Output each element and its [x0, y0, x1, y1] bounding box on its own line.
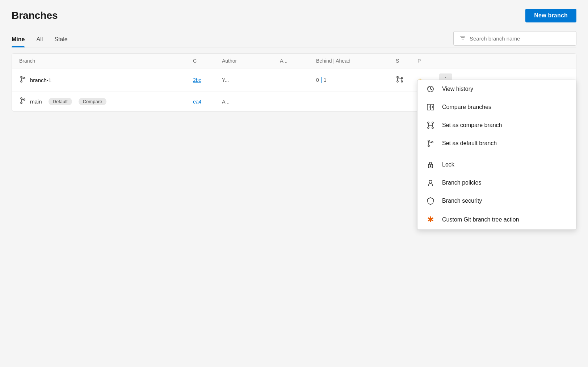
- svg-point-22: [428, 122, 429, 123]
- menu-divider: [417, 154, 576, 154]
- branch-name-branch1: branch-1: [30, 77, 51, 83]
- badge-compare[interactable]: Compare: [79, 98, 106, 105]
- branch-cell-branch1: branch-1: [19, 76, 193, 85]
- set-default-icon: [426, 139, 435, 147]
- svg-point-14: [21, 102, 22, 104]
- menu-label-set-default: Set as default branch: [442, 140, 497, 147]
- menu-item-custom-git[interactable]: ✱ Custom Git branch tree action: [417, 210, 576, 229]
- svg-point-13: [21, 98, 22, 99]
- svg-point-30: [428, 145, 429, 147]
- policies-icon: [426, 179, 435, 187]
- svg-point-3: [21, 76, 22, 78]
- badge-default: Default: [49, 98, 72, 105]
- tabs-row: Mine All Stale: [12, 31, 576, 47]
- menu-label-set-compare: Set as compare branch: [442, 122, 502, 128]
- col-actions: [439, 58, 461, 64]
- branch-name-main: main: [30, 98, 42, 105]
- col-author: Author: [222, 58, 280, 64]
- page-header: Branches New branch: [12, 9, 576, 22]
- custom-git-icon: ✱: [426, 215, 435, 224]
- svg-point-7: [397, 76, 398, 78]
- svg-point-23: [428, 127, 429, 128]
- author-branch1: Y...: [222, 77, 280, 83]
- svg-point-34: [430, 166, 431, 167]
- filter-icon: [459, 34, 466, 42]
- svg-point-24: [432, 122, 433, 123]
- menu-label-branch-security: Branch security: [442, 198, 482, 204]
- menu-item-branch-security[interactable]: Branch security: [417, 192, 576, 210]
- svg-point-25: [432, 127, 433, 128]
- page-title: Branches: [12, 10, 58, 21]
- menu-item-compare-branches[interactable]: Compare branches: [417, 98, 576, 116]
- search-box: [453, 31, 576, 46]
- svg-rect-18: [427, 104, 430, 110]
- menu-item-branch-policies[interactable]: Branch policies: [417, 174, 576, 192]
- compare-icon: [426, 103, 435, 111]
- behind-ahead-branch1: 0 1: [316, 77, 396, 83]
- col-behind-ahead: Behind | Ahead: [316, 58, 396, 64]
- menu-label-branch-policies: Branch policies: [442, 180, 482, 186]
- menu-item-lock[interactable]: Lock: [417, 156, 576, 174]
- col-branch: Branch: [19, 58, 193, 64]
- menu-label-lock: Lock: [442, 161, 454, 168]
- col-p: P: [417, 58, 439, 64]
- menu-label-custom-git: Custom Git branch tree action: [442, 216, 519, 223]
- svg-rect-19: [431, 104, 434, 110]
- branch-compare-icon: [396, 78, 404, 84]
- set-compare-icon: [426, 121, 435, 129]
- history-icon: [426, 85, 435, 93]
- menu-item-view-history[interactable]: View history: [417, 80, 576, 98]
- commit-link-branch1[interactable]: 2bc: [193, 77, 222, 83]
- svg-point-29: [428, 140, 429, 142]
- menu-label-view-history: View history: [442, 86, 473, 92]
- new-branch-button[interactable]: New branch: [525, 9, 576, 22]
- tab-mine[interactable]: Mine: [12, 36, 25, 47]
- dropdown-scroll[interactable]: View history Compare branches: [417, 80, 576, 229]
- commit-link-main[interactable]: ea4: [193, 99, 222, 105]
- dropdown-menu: View history Compare branches: [417, 80, 576, 230]
- table-header: Branch C Author A... Behind | Ahead S P: [12, 54, 576, 68]
- menu-label-compare-branches: Compare branches: [442, 104, 491, 110]
- author-main: A...: [222, 99, 280, 105]
- menu-item-set-default[interactable]: Set as default branch: [417, 134, 576, 152]
- col-age: A...: [280, 58, 316, 64]
- col-c: C: [193, 58, 222, 64]
- behind-ahead-divider: [321, 77, 322, 83]
- svg-point-35: [429, 180, 432, 183]
- svg-point-8: [397, 81, 398, 82]
- security-icon: [426, 197, 435, 205]
- branch-icon-main: [19, 97, 26, 106]
- tabs-list: Mine All Stale: [12, 36, 68, 47]
- search-input[interactable]: [470, 35, 570, 42]
- lock-icon: [426, 161, 435, 169]
- menu-item-set-compare[interactable]: Set as compare branch: [417, 116, 576, 134]
- col-s: S: [396, 58, 417, 64]
- svg-point-10: [401, 81, 403, 82]
- tab-stale[interactable]: Stale: [54, 36, 67, 47]
- svg-point-4: [21, 81, 22, 82]
- status-branch1: [396, 75, 417, 85]
- page-container: Branches New branch Mine All Stale: [0, 0, 588, 367]
- branch-cell-main: main Default Compare: [19, 97, 193, 106]
- branch-icon: [19, 76, 26, 85]
- tab-all[interactable]: All: [36, 36, 43, 47]
- search-area: [453, 31, 576, 46]
